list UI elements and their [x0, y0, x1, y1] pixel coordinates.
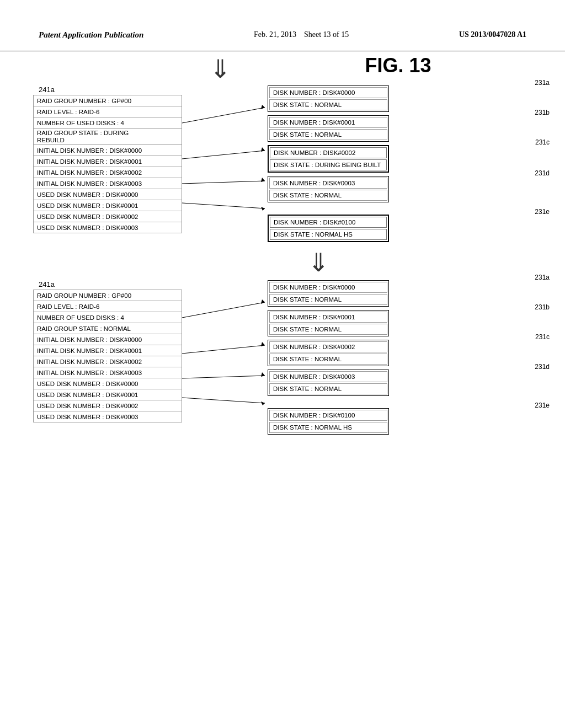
- top-diagram: 241a RAID GROUP NUMBER : GP#00 RAID LEVE…: [33, 85, 532, 242]
- table-row: USED DISK NUMBER : DISK#0002: [34, 211, 182, 222]
- svg-line-4: [182, 181, 265, 184]
- table-row: INITIAL DISK NUMBER : DISK#0002: [34, 167, 182, 178]
- table-row: NUMBER OF USED DISKS : 4: [34, 312, 182, 323]
- svg-marker-7: [261, 207, 265, 211]
- svg-line-2: [182, 151, 265, 159]
- table-row: INITIAL DISK NUMBER : DISK#0000: [34, 145, 182, 156]
- top-down-arrow: ⇓: [210, 57, 231, 82]
- top-label-231b: 231b: [535, 109, 550, 116]
- bottom-label-231c: 231c: [535, 333, 550, 341]
- fig-title: FIG. 13: [264, 54, 532, 77]
- table-row: INITIAL DISK NUMBER : DISK#0003: [34, 367, 182, 378]
- bottom-connection-lines: [179, 290, 400, 461]
- bottom-raid-info-table: RAID GROUP NUMBER : GP#00 RAID LEVEL : R…: [33, 290, 182, 422]
- table-row: INITIAL DISK NUMBER : DISK#0001: [34, 345, 182, 356]
- table-row: RAID GROUP NUMBER : GP#00: [34, 290, 182, 301]
- top-label-241a: 241a: [39, 85, 182, 94]
- table-row: RAID GROUP STATE : NORMAL: [34, 323, 182, 334]
- bottom-raid-table-container: 241a RAID GROUP NUMBER : GP#00 RAID LEVE…: [33, 280, 182, 422]
- header: Patent Application Publication Feb. 21, …: [0, 0, 565, 51]
- svg-line-10: [182, 345, 265, 354]
- bottom-label-231a: 231a: [535, 274, 550, 281]
- svg-line-8: [182, 302, 265, 318]
- svg-marker-1: [261, 105, 265, 109]
- svg-marker-13: [261, 372, 265, 377]
- header-patent-number: US 2013/0047028 A1: [459, 30, 526, 39]
- svg-marker-9: [261, 299, 265, 304]
- header-date-sheet: Feb. 21, 2013 Sheet 13 of 15: [254, 30, 349, 39]
- table-row: USED DISK NUMBER : DISK#0003: [34, 222, 182, 233]
- table-row: USED DISK NUMBER : DISK#0000: [34, 378, 182, 389]
- bottom-diagram: 241a RAID GROUP NUMBER : GP#00 RAID LEVE…: [33, 280, 532, 435]
- top-label-231d: 231d: [535, 169, 550, 177]
- table-row: RAID GROUP NUMBER : GP#00: [34, 95, 182, 106]
- bottom-label-231d: 231d: [535, 363, 550, 371]
- top-connection-lines: [179, 95, 400, 266]
- header-publication-label: Patent Application Publication: [39, 30, 143, 40]
- table-row: USED DISK NUMBER : DISK#0001: [34, 389, 182, 400]
- table-row: RAID LEVEL : RAID-6: [34, 106, 182, 117]
- table-row: USED DISK NUMBER : DISK#0001: [34, 200, 182, 211]
- top-raid-table-container: 241a RAID GROUP NUMBER : GP#00 RAID LEVE…: [33, 85, 182, 233]
- top-label-231c: 231c: [535, 138, 550, 146]
- table-row: USED DISK NUMBER : DISK#0002: [34, 400, 182, 411]
- table-row: RAID LEVEL : RAID-6: [34, 301, 182, 312]
- top-raid-info-table: RAID GROUP NUMBER : GP#00 RAID LEVEL : R…: [33, 95, 182, 233]
- bottom-label-241a: 241a: [39, 280, 182, 288]
- svg-marker-15: [261, 402, 265, 405]
- table-row: INITIAL DISK NUMBER : DISK#0001: [34, 156, 182, 167]
- svg-line-6: [182, 203, 265, 208]
- table-row: USED DISK NUMBER : DISK#0000: [34, 189, 182, 200]
- bottom-label-231e: 231e: [535, 402, 550, 409]
- svg-marker-3: [261, 147, 265, 152]
- page: Patent Application Publication Feb. 21, …: [0, 0, 565, 728]
- bottom-label-231b: 231b: [535, 303, 550, 311]
- table-row: USED DISK NUMBER : DISK#0003: [34, 411, 182, 422]
- content: ⇓ FIG. 13 241a RAID GROUP NUMBER : GP#00…: [0, 51, 565, 454]
- svg-marker-11: [261, 342, 265, 346]
- table-row: INITIAL DISK NUMBER : DISK#0000: [34, 334, 182, 345]
- svg-line-12: [182, 376, 265, 378]
- top-label-231e: 231e: [535, 208, 550, 216]
- table-row: INITIAL DISK NUMBER : DISK#0002: [34, 356, 182, 367]
- svg-line-14: [182, 398, 265, 403]
- table-row: NUMBER OF USED DISKS : 4: [34, 117, 182, 129]
- svg-marker-5: [261, 178, 265, 182]
- table-row: INITIAL DISK NUMBER : DISK#0003: [34, 178, 182, 189]
- svg-line-0: [182, 108, 265, 123]
- table-row: RAID GROUP STATE : DURINGREBUILD: [34, 129, 182, 145]
- top-label-231a: 231a: [535, 79, 550, 87]
